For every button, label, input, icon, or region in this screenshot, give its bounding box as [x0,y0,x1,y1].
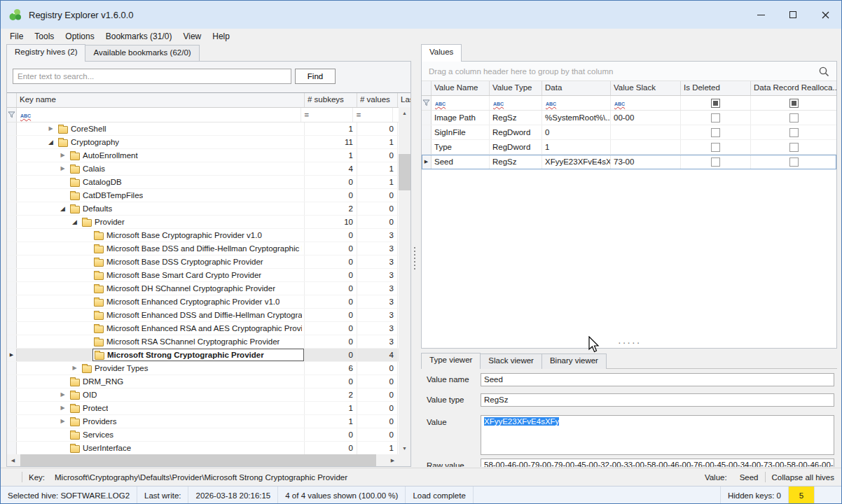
col-data-record-reallocated[interactable]: Data Record Realloca... [751,81,836,95]
tree-row[interactable]: ▶Protect10 [7,402,400,415]
tree-row[interactable]: CatDBTempFiles00 [7,189,400,202]
filter-subkeys[interactable] [301,108,353,122]
value-row[interactable]: TypeRegDword1 [422,140,836,155]
search-icon[interactable] [818,66,829,77]
expand-icon[interactable]: ▶ [57,402,69,414]
checkbox-unchecked[interactable] [789,143,799,152]
tree-row[interactable]: Microsoft Enhanced DSS and Diffie-Hellma… [7,309,400,322]
tree-row[interactable]: Services00 [7,428,400,442]
tree-row[interactable]: Microsoft Base Cryptographic Provider v1… [7,229,400,242]
scroll-up-icon[interactable] [399,107,410,119]
maximize-button[interactable] [777,1,809,29]
group-by-panel[interactable]: Drag a column header here to group by th… [422,62,836,81]
filter-key-name[interactable] [17,108,301,122]
value-name-field[interactable]: Seed [481,373,834,386]
col-data[interactable]: Data [542,81,611,95]
tree-row[interactable]: DRM_RNG00 [7,375,400,388]
value-row[interactable]: Image PathRegSz%SystemRoot%\...00-00 [422,111,836,125]
expand-icon[interactable]: ▶ [45,122,57,135]
tree-row[interactable]: ▶Providers10 [7,415,400,428]
col-key-name[interactable]: Key name [17,93,305,107]
checkbox-indeterminate[interactable] [789,99,799,108]
scrollbar-thumb[interactable] [399,154,410,190]
tree-row[interactable]: CatalogDB01 [7,176,400,189]
tab-values[interactable]: Values [421,44,462,62]
tree-row[interactable]: Microsoft Base Smart Card Crypto Provide… [7,269,400,282]
tree-row[interactable]: ▶OID20 [7,388,400,402]
value-field[interactable]: XFyyE23XFvE4sXFy [481,415,834,455]
col-value-slack[interactable]: Value Slack [611,81,681,95]
filter-values[interactable] [353,108,393,122]
tree-row[interactable]: Microsoft Enhanced Cryptographic Provide… [7,295,400,309]
checkbox-unchecked[interactable] [711,158,720,167]
title-bar[interactable]: Registry Explorer v1.6.0.0 [1,1,841,29]
tree-row[interactable]: ▶AutoEnrollment10 [7,149,400,162]
scroll-down-icon[interactable] [399,442,410,454]
tree-horizontal-scrollbar[interactable] [7,454,399,466]
tree-row[interactable]: ▶Provider Types60 [7,362,400,375]
checkbox-unchecked[interactable] [711,128,720,137]
tab-registry-hives[interactable]: Registry hives (2) [6,44,85,62]
tab-available-bookmarks[interactable]: Available bookmarks (62/0) [85,45,199,62]
minimize-button[interactable] [745,1,777,29]
collapse-icon[interactable]: ◢ [69,216,81,228]
filter-data[interactable] [542,96,611,110]
col-value-name[interactable]: Value Name [432,81,490,95]
filter-value-name[interactable] [432,96,490,110]
menu-tools[interactable]: Tools [29,30,60,43]
tree-row[interactable]: ◢Cryptography111 [7,136,400,149]
value-row[interactable]: SigInFileRegDword0 [422,125,836,140]
tree-row[interactable]: Microsoft DH SChannel Cryptographic Prov… [7,282,400,295]
col-subkeys[interactable]: # subkeys [305,93,357,107]
scroll-right-icon[interactable] [387,454,399,466]
col-last-write[interactable]: Las [398,93,410,107]
filter-is-deleted[interactable] [681,96,751,110]
collapse-icon[interactable]: ◢ [57,202,69,215]
checkbox-unchecked[interactable] [789,158,799,167]
tab-type-viewer[interactable]: Type viewer [421,353,481,369]
col-is-deleted[interactable]: Is Deleted [681,81,751,95]
value-row[interactable]: ▶SeedRegSzXFyyE23XFvE4sXFy73-00 [422,155,836,169]
tree-row[interactable]: Microsoft Enhanced RSA and AES Cryptogra… [7,322,400,335]
tree-row[interactable]: UserInterface01 [7,442,400,455]
expand-icon[interactable]: ▶ [57,149,69,162]
find-button[interactable]: Find [295,69,336,84]
horizontal-splitter-handle[interactable] [618,339,641,346]
expand-icon[interactable]: ▶ [69,362,81,374]
tree-row[interactable]: Microsoft Base DSS and Diffie-Hellman Cr… [7,242,400,255]
expand-icon[interactable]: ▶ [57,388,69,401]
menu-view[interactable]: View [177,30,207,43]
filter-data-record-reallocated[interactable] [751,96,836,110]
raw-value-field[interactable]: 58-00-46-00-79-00-79-00-45-00-32-00-33-0… [481,458,834,467]
expand-icon[interactable]: ▶ [57,162,69,175]
filter-value-slack[interactable] [611,96,681,110]
filter-value-type[interactable] [490,96,542,110]
vertical-splitter-handle[interactable] [414,247,415,270]
value-type-field[interactable]: RegSz [481,393,834,407]
tree-row[interactable]: ◢Defaults20 [7,202,400,216]
scrollbar-track[interactable] [19,454,387,466]
tree-row[interactable]: Microsoft Base DSS Cryptographic Provide… [7,255,400,269]
tab-slack-viewer[interactable]: Slack viewer [480,354,542,369]
collapse-all-hives-button[interactable]: Collapse all hives [772,473,835,482]
checkbox-indeterminate[interactable] [711,99,720,108]
expand-icon[interactable]: ▶ [57,415,69,428]
tree-row[interactable]: ▶Calais41 [7,162,400,176]
tree-vertical-scrollbar[interactable] [399,107,410,454]
tree-row[interactable]: ◢Provider100 [7,216,400,229]
menu-bookmarks[interactable]: Bookmarks (31/0) [100,30,178,43]
checkbox-unchecked[interactable] [711,143,720,152]
scrollbar-thumb[interactable] [20,454,376,466]
checkbox-unchecked[interactable] [711,113,720,122]
menu-options[interactable]: Options [60,30,99,43]
col-values[interactable]: # values [357,93,398,107]
checkbox-unchecked[interactable] [789,113,799,122]
tree-row[interactable]: ▶CoreShell10 [7,122,400,136]
tab-binary-viewer[interactable]: Binary viewer [541,354,607,369]
menu-help[interactable]: Help [207,30,235,43]
col-value-type[interactable]: Value Type [490,81,542,95]
scrollbar-track[interactable] [399,119,410,442]
close-button[interactable] [809,1,841,29]
menu-file[interactable]: File [4,30,29,43]
tree-row[interactable]: Microsoft RSA SChannel Cryptographic Pro… [7,335,400,349]
